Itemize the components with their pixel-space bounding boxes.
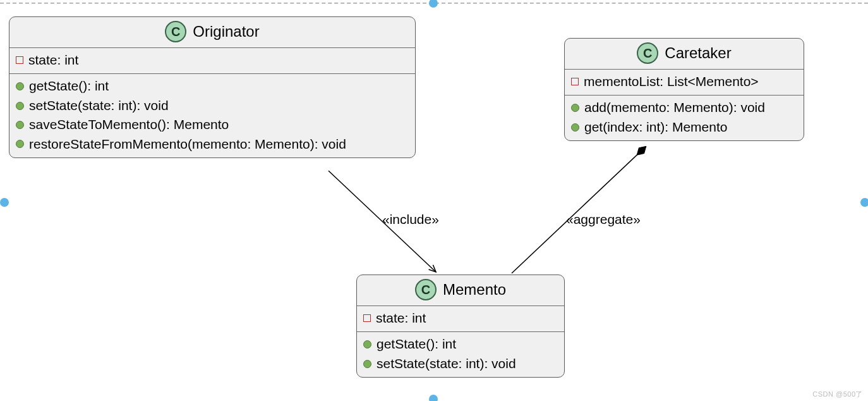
visibility-public-icon [571,123,579,132]
class-memento-attributes: state: int [357,306,564,331]
visibility-public-icon [16,140,24,148]
handle-left-middle[interactable] [0,198,9,207]
operation-text: getState(): int [29,77,109,96]
operation-row: setState(state: int): void [363,354,558,373]
class-caretaker[interactable]: C Caretaker mementoList: List<Memento> a… [564,38,804,141]
class-caretaker-title: C Caretaker [565,39,804,70]
attribute-row: mementoList: List<Memento> [571,72,797,91]
operation-row: get(index: int): Memento [571,118,797,137]
operation-row: add(memento: Memento): void [571,98,797,117]
handle-top-center[interactable] [429,0,438,8]
handle-right-middle[interactable] [860,198,868,207]
class-caretaker-operations: add(memento: Memento): void get(index: i… [565,95,804,140]
visibility-public-icon [571,104,579,112]
operation-text: add(memento: Memento): void [584,98,765,117]
attribute-row: state: int [363,309,558,328]
class-memento-title: C Memento [357,275,564,306]
attribute-text: state: int [28,51,78,70]
operation-text: restoreStateFromMemento(memento: Memento… [29,135,346,154]
attribute-text: state: int [376,309,426,328]
visibility-public-icon [16,102,24,110]
attribute-text: mementoList: List<Memento> [584,72,759,91]
class-originator-title: C Originator [9,17,415,48]
watermark: CSDN @500了 [812,390,863,399]
operation-row: getState(): int [363,335,558,354]
operation-row: saveStateToMemento(): Memento [16,115,409,134]
class-memento-operations: getState(): int setState(state: int): vo… [357,331,564,377]
class-caretaker-attributes: mementoList: List<Memento> [565,70,804,95]
visibility-public-icon [363,340,371,349]
relation-aggregate-label: «aggregate» [566,212,641,227]
class-name-label: Originator [193,23,259,40]
attribute-row: state: int [16,51,409,70]
class-originator[interactable]: C Originator state: int getState(): int … [9,16,416,158]
relation-include-label: «include» [382,212,439,227]
class-name-label: Memento [443,281,506,299]
visibility-public-icon [363,360,371,368]
edge-aggregate [512,147,646,273]
visibility-private-icon [363,314,371,322]
operation-row: setState(state: int): void [16,96,409,115]
class-originator-operations: getState(): int setState(state: int): vo… [9,73,415,157]
operation-text: saveStateToMemento(): Memento [29,115,229,134]
handle-bottom-center[interactable] [429,395,438,401]
visibility-public-icon [16,82,24,90]
operation-text: setState(state: int): void [29,96,169,115]
operation-text: get(index: int): Memento [584,118,727,137]
class-kind-icon: C [165,21,186,42]
class-name-label: Caretaker [665,44,731,62]
class-memento[interactable]: C Memento state: int getState(): int set… [356,275,565,378]
operation-text: setState(state: int): void [377,354,516,373]
operation-row: getState(): int [16,77,409,96]
operation-row: restoreStateFromMemento(memento: Memento… [16,135,409,154]
visibility-private-icon [571,78,579,85]
class-originator-attributes: state: int [9,48,415,73]
class-kind-icon: C [415,279,437,300]
visibility-public-icon [16,121,24,129]
class-kind-icon: C [637,42,658,64]
visibility-private-icon [16,56,23,64]
operation-text: getState(): int [377,335,456,354]
